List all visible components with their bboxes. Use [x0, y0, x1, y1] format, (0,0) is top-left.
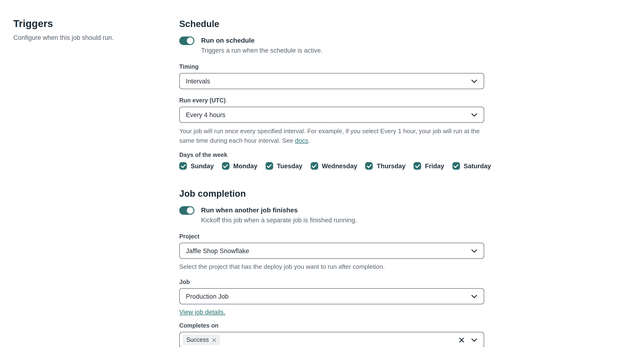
project-value: Jaffle Shop Snowflake — [186, 247, 249, 254]
checked-checkbox-icon — [222, 162, 230, 170]
run-when-job-finishes-label: Run when another job finishes — [201, 206, 357, 215]
days-of-week-row: Sunday Monday Tuesday Wednesday Thursday… — [179, 162, 484, 170]
project-label: Project — [179, 233, 484, 240]
timing-label: Timing — [179, 63, 484, 70]
chevron-down-icon — [471, 294, 478, 299]
day-label: Friday — [425, 162, 444, 169]
checked-checkbox-icon — [366, 162, 373, 170]
multiselect-controls — [459, 337, 478, 343]
checked-checkbox-icon — [452, 162, 460, 170]
job-label: Job — [179, 279, 484, 285]
run-when-job-finishes-description: Kickoff this job when a separate job is … — [201, 216, 357, 225]
help-text-prefix: Your job will run once every specified i… — [179, 127, 480, 144]
remove-tag-icon[interactable] — [212, 338, 216, 342]
day-checkbox-tuesday[interactable]: Tuesday — [266, 162, 302, 170]
run-every-help: Your job will run once every specified i… — [179, 127, 484, 146]
completes-on-label: Completes on — [179, 322, 484, 329]
day-label: Tuesday — [277, 162, 302, 169]
checked-checkbox-icon — [414, 162, 421, 170]
run-on-schedule-description: Triggers a run when the schedule is acti… — [201, 46, 322, 55]
section-intro: Triggers Configure when this job should … — [13, 18, 170, 41]
toggle-knob — [187, 37, 194, 44]
day-checkbox-thursday[interactable]: Thursday — [366, 162, 406, 170]
run-every-value: Every 4 hours — [186, 111, 226, 118]
job-completion-heading: Job completion — [179, 189, 484, 199]
project-help: Select the project that has the deploy j… — [179, 262, 484, 272]
checked-checkbox-icon — [266, 162, 273, 170]
triggers-form: Schedule Run on schedule Triggers a run … — [179, 19, 484, 347]
help-text-end: . — [308, 137, 310, 144]
triggers-settings-page: Triggers Configure when this job should … — [0, 0, 644, 347]
run-when-job-finishes-row: Run when another job finishes Kickoff th… — [179, 206, 484, 225]
day-label: Wednesday — [322, 162, 357, 169]
job-value: Production Job — [186, 293, 228, 300]
run-on-schedule-toggle[interactable] — [179, 36, 194, 45]
selected-tags: Success — [182, 335, 459, 345]
day-label: Monday — [233, 162, 258, 169]
day-checkbox-monday[interactable]: Monday — [222, 162, 258, 170]
completes-on-multiselect[interactable]: Success — [179, 332, 484, 347]
days-of-week-label: Days of the week — [179, 152, 484, 158]
checked-checkbox-icon — [179, 162, 187, 170]
day-checkbox-sunday[interactable]: Sunday — [179, 162, 214, 170]
run-when-job-finishes-toggle[interactable] — [179, 206, 194, 215]
day-checkbox-saturday[interactable]: Saturday — [452, 162, 491, 170]
job-select[interactable]: Production Job — [179, 288, 484, 304]
run-on-schedule-label: Run on schedule — [201, 36, 322, 45]
clear-all-icon[interactable] — [459, 337, 464, 343]
chevron-down-icon[interactable] — [471, 338, 478, 342]
page-title: Triggers — [13, 18, 170, 29]
chevron-down-icon — [471, 249, 478, 253]
page-subtitle: Configure when this job should run. — [13, 34, 170, 41]
day-label: Thursday — [377, 162, 406, 169]
chevron-down-icon — [471, 113, 478, 117]
toggle-texts: Run on schedule Triggers a run when the … — [201, 36, 322, 55]
day-label: Saturday — [464, 162, 491, 169]
docs-link[interactable]: docs — [295, 137, 308, 144]
tag-label: Success — [186, 337, 209, 343]
chevron-down-icon — [471, 79, 478, 83]
checked-checkbox-icon — [310, 162, 318, 170]
tag-success: Success — [182, 335, 220, 345]
run-every-select[interactable]: Every 4 hours — [179, 107, 484, 123]
project-select[interactable]: Jaffle Shop Snowflake — [179, 243, 484, 259]
timing-select[interactable]: Intervals — [179, 73, 484, 89]
timing-value: Intervals — [186, 77, 210, 85]
run-on-schedule-row: Run on schedule Triggers a run when the … — [179, 36, 484, 55]
toggle-knob — [187, 207, 194, 214]
schedule-heading: Schedule — [179, 19, 484, 29]
run-every-label: Run every (UTC) — [179, 97, 484, 104]
toggle-texts: Run when another job finishes Kickoff th… — [201, 206, 357, 225]
day-label: Sunday — [191, 162, 214, 169]
day-checkbox-wednesday[interactable]: Wednesday — [310, 162, 357, 170]
view-job-details-link[interactable]: View job details. — [179, 309, 226, 316]
day-checkbox-friday[interactable]: Friday — [414, 162, 444, 170]
